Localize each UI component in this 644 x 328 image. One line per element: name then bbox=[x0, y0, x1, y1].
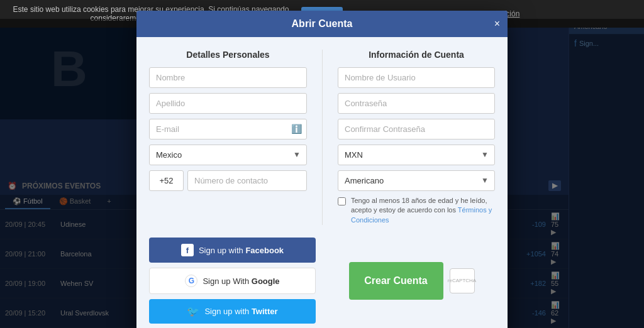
account-info-col: Información de Cuenta MXN USD EUR ▼ Amer… bbox=[338, 50, 495, 225]
modal-col-divider bbox=[322, 50, 323, 225]
twitter-icon: 🐦 bbox=[187, 305, 199, 317]
facebook-signup-button[interactable]: f Sign up with Facebook bbox=[149, 238, 316, 263]
account-title: Información de Cuenta bbox=[338, 50, 495, 60]
modal-footer: f Sign up with Facebook G Sign up With G… bbox=[136, 238, 508, 328]
facebook-icon: f bbox=[181, 244, 194, 256]
phone-row: +52 bbox=[149, 170, 307, 191]
sport-select-wrapper: Americano Fútbol Basket ▼ bbox=[338, 170, 495, 191]
modal-close-button[interactable]: × bbox=[494, 18, 500, 30]
modal-overlay: Abrir Cuenta × Detalles Personales ℹ️ Me… bbox=[0, 19, 644, 328]
confirm-password-input[interactable] bbox=[338, 119, 495, 139]
phone-input[interactable] bbox=[187, 170, 307, 191]
country-select-wrapper: Mexico Colombia Argentina ▼ bbox=[149, 145, 307, 165]
facebook-label: Sign up with Facebook bbox=[199, 246, 284, 255]
twitter-signup-button[interactable]: 🐦 Sign up with Twitter bbox=[149, 299, 316, 324]
google-icon: G bbox=[185, 275, 197, 287]
personal-title: Detalles Personales bbox=[149, 50, 307, 60]
crear-cuenta-button[interactable]: Crear Cuenta bbox=[349, 262, 443, 300]
sport-select[interactable]: Americano Fútbol Basket bbox=[338, 170, 495, 191]
currency-select[interactable]: MXN USD EUR bbox=[338, 145, 495, 165]
modal-title: Abrir Cuenta bbox=[292, 18, 353, 29]
email-warning-icon: ℹ️ bbox=[291, 124, 302, 134]
recaptcha-widget[interactable]: reCAPTCHA bbox=[450, 268, 475, 293]
email-input[interactable] bbox=[149, 119, 307, 139]
nombre-input[interactable] bbox=[149, 67, 307, 88]
twitter-label: Sign up with Twitter bbox=[204, 307, 277, 316]
country-select[interactable]: Mexico Colombia Argentina bbox=[149, 145, 307, 165]
create-account-col: Crear Cuenta reCAPTCHA bbox=[328, 238, 495, 324]
currency-select-wrapper: MXN USD EUR ▼ bbox=[338, 145, 495, 165]
username-input[interactable] bbox=[338, 67, 495, 88]
email-field-wrapper: ℹ️ bbox=[149, 119, 307, 139]
google-signup-button[interactable]: G Sign up With Google bbox=[149, 268, 316, 294]
terms-checkbox[interactable] bbox=[338, 197, 346, 205]
recaptcha-label: reCAPTCHA bbox=[448, 278, 476, 284]
social-buttons-col: f Sign up with Facebook G Sign up With G… bbox=[149, 238, 316, 324]
google-label: Sign up With Google bbox=[203, 276, 279, 286]
modal-dialog: Abrir Cuenta × Detalles Personales ℹ️ Me… bbox=[136, 11, 508, 328]
personal-details-col: Detalles Personales ℹ️ Mexico Colombia A… bbox=[149, 50, 307, 225]
modal-header: Abrir Cuenta × bbox=[136, 11, 508, 37]
password-input[interactable] bbox=[338, 93, 495, 114]
terms-row: Tengo al menos 18 años de edad y he leíd… bbox=[338, 196, 495, 225]
apellido-input[interactable] bbox=[149, 93, 307, 114]
phone-code-label: +52 bbox=[149, 170, 184, 191]
modal-body: Detalles Personales ℹ️ Mexico Colombia A… bbox=[136, 37, 508, 238]
terms-text: Tengo al menos 18 años de edad y he leíd… bbox=[351, 196, 495, 225]
